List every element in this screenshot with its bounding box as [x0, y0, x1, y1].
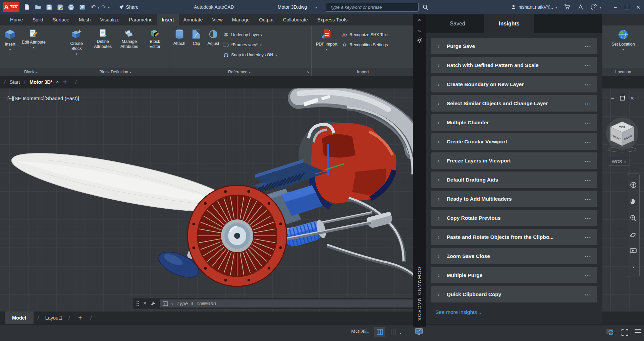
insight-item[interactable]: Paste and Rotate Objects from the Clipbo…	[431, 229, 597, 245]
ribbon-tab[interactable]: Express Tools	[313, 14, 352, 25]
command-line-bar[interactable]	[133, 298, 419, 309]
search-box[interactable]	[326, 3, 419, 12]
file-tab-motor3d[interactable]: Motor 3D*	[30, 79, 59, 85]
more-options-icon[interactable]	[585, 158, 591, 164]
model-space-button[interactable]: MODEL	[351, 329, 369, 334]
insight-item[interactable]: Purge Save	[431, 38, 597, 54]
file-tab-start[interactable]: Start	[10, 79, 20, 85]
save-icon[interactable]	[46, 4, 52, 10]
viewport-controls-label[interactable]: [−][SE Isometric][Shaded (Fast)]	[7, 95, 79, 101]
recognize-shx-button[interactable]: Recognize SHX Text	[342, 31, 388, 39]
insight-item[interactable]: Default Drafting Aids	[431, 172, 597, 188]
snap-caret-icon[interactable]	[400, 330, 401, 336]
search-icon[interactable]	[423, 4, 428, 10]
insight-item[interactable]: Create Circular Viewport	[431, 133, 597, 150]
macros-autohide-icon[interactable]	[418, 27, 421, 33]
create-block-button[interactable]: Create Block	[65, 28, 88, 57]
ribbon-tab[interactable]: Parametric	[124, 14, 157, 25]
location-panel-label[interactable]: Location	[602, 68, 644, 76]
clean-screen-icon[interactable]	[621, 328, 629, 336]
qat-caret-icon[interactable]	[108, 4, 110, 10]
command-history-caret-icon[interactable]	[171, 300, 173, 306]
user-account-button[interactable]: nishant.naikVY...	[511, 4, 557, 10]
insight-item[interactable]: Copy Rotate Previous	[431, 210, 597, 226]
adjust-button[interactable]: Adjust	[206, 28, 221, 47]
orbit-icon[interactable]	[630, 231, 637, 238]
new-file-icon[interactable]	[23, 4, 30, 10]
command-bar-grip[interactable]	[137, 301, 140, 306]
more-options-icon[interactable]	[585, 81, 591, 87]
insight-item[interactable]: Select Similar Objects and Change Layer	[431, 95, 597, 112]
pan-hand-icon[interactable]	[630, 198, 637, 205]
more-options-icon[interactable]	[585, 196, 591, 202]
ribbon-tab[interactable]: Surface	[48, 14, 74, 25]
snap-to-underlays-button[interactable]: Snap to Underlays ON	[223, 51, 277, 59]
ribbon-tab[interactable]: Collaborate	[278, 14, 313, 25]
app-hub-icon[interactable]	[578, 4, 584, 10]
new-tab-button[interactable]	[63, 78, 67, 86]
insight-item[interactable]: Hatch with Defined Pattern and Scale	[431, 57, 597, 73]
clip-button[interactable]: Clip	[190, 28, 203, 47]
more-options-icon[interactable]	[585, 100, 591, 107]
autocad-logo[interactable]: A CAD	[3, 2, 19, 12]
customize-wrench-icon[interactable]	[150, 301, 156, 306]
doc-expand-icon[interactable]	[316, 4, 318, 10]
redo-icon[interactable]	[101, 4, 106, 11]
snap-mode-button[interactable]	[388, 327, 398, 337]
ribbon-tab[interactable]: Annotate	[179, 14, 208, 25]
pdf-import-button[interactable]: PDF Import	[314, 28, 339, 53]
more-options-icon[interactable]	[585, 139, 591, 145]
tab-close-icon[interactable]	[53, 79, 59, 85]
ribbon-tab[interactable]: Manage	[227, 14, 254, 25]
ribbon-tab[interactable]: Home	[5, 14, 28, 25]
more-options-icon[interactable]	[585, 291, 591, 297]
insight-item[interactable]: Multiple Purge	[431, 267, 597, 283]
customization-menu-icon[interactable]	[635, 329, 641, 333]
palette-close-icon[interactable]	[631, 95, 634, 102]
more-options-icon[interactable]	[585, 62, 591, 68]
new-layout-button[interactable]	[78, 314, 82, 322]
frames-vary-button[interactable]: *Frames vary*	[223, 41, 277, 49]
share-button[interactable]: Share	[118, 4, 139, 10]
ribbon-tab[interactable]: View	[208, 14, 227, 25]
reference-panel-label[interactable]: Reference	[169, 68, 311, 76]
layout-tab-layout1[interactable]: Layout1	[43, 312, 65, 324]
hardware-acceleration-icon[interactable]	[415, 328, 423, 335]
tab-insights[interactable]: Insights	[484, 14, 534, 33]
command-input[interactable]	[176, 300, 413, 306]
block-definition-panel-label[interactable]: Block Definition	[62, 68, 169, 76]
more-options-icon[interactable]	[585, 234, 591, 240]
palette-restore-icon[interactable]	[620, 96, 625, 100]
command-bar-close-icon[interactable]	[143, 300, 147, 307]
more-options-icon[interactable]	[585, 177, 591, 183]
recognition-settings-button[interactable]: Recognition Settings	[342, 41, 388, 49]
import-panel-label[interactable]: Import	[312, 68, 414, 76]
macros-properties-gear-icon[interactable]	[417, 38, 422, 43]
undo-caret-icon[interactable]	[98, 4, 99, 10]
ribbon-tab[interactable]: Mesh	[74, 14, 95, 25]
command-input-area[interactable]	[160, 299, 416, 308]
wcs-dropdown[interactable]: WCS	[608, 158, 630, 165]
insight-item[interactable]: Quick Clipboard Copy	[431, 286, 597, 302]
block-editor-button[interactable]: Block Editor	[144, 28, 166, 50]
insight-item[interactable]: Zoom Save Close	[431, 248, 597, 264]
manage-attributes-button[interactable]: Manage Attributes	[117, 28, 141, 50]
zoom-icon[interactable]	[630, 214, 637, 222]
block-panel-label[interactable]: Block	[0, 68, 62, 76]
viewcube-top-label[interactable]: TOP	[619, 126, 625, 129]
more-options-icon[interactable]	[585, 215, 591, 221]
attach-button[interactable]: Attach	[172, 28, 187, 47]
insert-block-button[interactable]: Insert	[3, 28, 17, 53]
more-options-icon[interactable]	[585, 120, 591, 126]
underlay-layers-button[interactable]: Underlay Layers	[223, 31, 277, 39]
ribbon-tab[interactable]: Visualize	[95, 14, 124, 25]
undo-icon[interactable]	[91, 4, 96, 11]
ribbon-tab[interactable]: Solid	[28, 14, 48, 25]
insight-item[interactable]: Ready to Add Multileaders	[431, 191, 597, 207]
grid-display-button[interactable]	[374, 327, 385, 337]
more-options-icon[interactable]	[585, 272, 591, 278]
ribbon-tab[interactable]: Output	[254, 14, 278, 25]
save-as-icon[interactable]	[57, 4, 63, 10]
help-button[interactable]: ?	[591, 4, 601, 10]
navbar-caret-icon[interactable]	[632, 264, 634, 270]
